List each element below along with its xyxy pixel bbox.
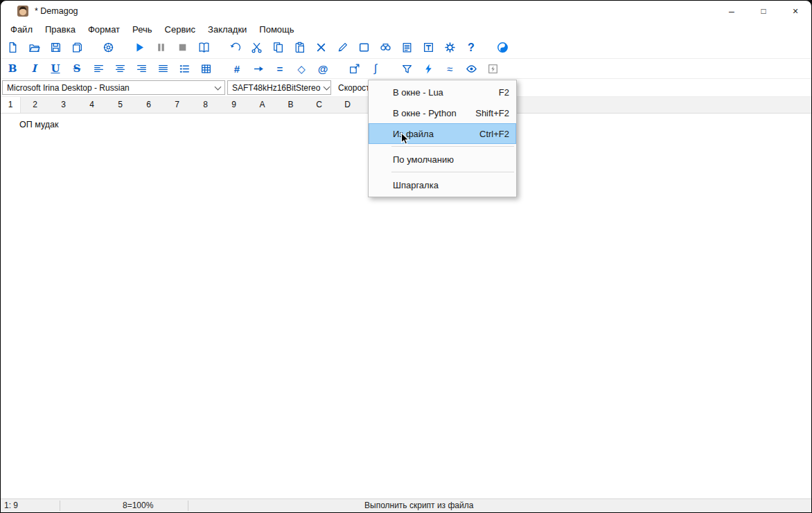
toolbar-separator xyxy=(89,44,98,51)
settings-gear-icon[interactable] xyxy=(440,39,459,56)
eye-icon[interactable] xyxy=(461,60,481,78)
toolbar-separator xyxy=(483,44,493,51)
frame-icon[interactable] xyxy=(354,39,373,56)
menu-item[interactable]: Речь xyxy=(126,23,158,36)
tab-C[interactable]: C xyxy=(305,97,333,113)
editor-text: ОП мудак xyxy=(19,120,58,129)
menu-item[interactable]: Правка xyxy=(39,23,82,36)
undo-icon[interactable] xyxy=(225,39,245,56)
stop-icon xyxy=(173,39,192,56)
bold-icon[interactable]: B xyxy=(3,60,22,78)
align-right-icon[interactable] xyxy=(132,60,151,78)
equals-icon[interactable]: = xyxy=(270,60,290,78)
chevron-down-icon xyxy=(324,83,330,90)
context-menu-item[interactable]: Из файлаCtrl+F2 xyxy=(369,123,516,144)
toolbar-separator xyxy=(120,44,130,51)
insert-fragment-icon[interactable] xyxy=(344,60,364,78)
pause-icon xyxy=(151,39,170,56)
tab-3[interactable]: 3 xyxy=(49,97,78,113)
copy-icon[interactable] xyxy=(268,39,288,56)
italic-icon[interactable]: I xyxy=(24,60,44,78)
help-icon[interactable]: ? xyxy=(461,39,481,56)
voice-select-value: Microsoft Irina Desktop - Russian xyxy=(7,83,130,93)
lightning-icon[interactable] xyxy=(418,60,438,78)
tab-5[interactable]: 5 xyxy=(106,97,134,113)
open-file-icon[interactable] xyxy=(24,39,44,56)
tab-D[interactable]: D xyxy=(333,97,362,113)
new-file-icon[interactable] xyxy=(3,39,22,56)
cut-icon[interactable] xyxy=(247,39,266,56)
menu-item[interactable]: Сервис xyxy=(159,23,202,36)
tab-6[interactable]: 6 xyxy=(134,97,163,113)
menu-item[interactable]: Формат xyxy=(82,23,126,36)
menu-item-label: По умолчанию xyxy=(393,154,454,165)
integral-icon[interactable]: ∫ xyxy=(366,60,385,78)
menu-item[interactable]: Файл xyxy=(4,23,39,36)
menu-item[interactable]: Помощь xyxy=(253,23,300,36)
menu-item-shortcut: F2 xyxy=(499,87,509,98)
context-menu-item[interactable]: Шпаргалка xyxy=(369,174,516,195)
arrow-right-icon[interactable] xyxy=(249,60,268,78)
table-icon[interactable] xyxy=(196,60,215,78)
chevron-down-icon xyxy=(215,83,222,90)
underline-icon[interactable]: U xyxy=(46,60,65,78)
mouse-cursor-icon xyxy=(400,132,410,149)
numbered-list-icon[interactable] xyxy=(175,60,194,78)
context-menu-item[interactable]: По умолчанию xyxy=(369,149,516,170)
close-button[interactable]: × xyxy=(779,1,811,21)
delete-icon[interactable] xyxy=(311,39,330,56)
window-title: * Demagog xyxy=(35,6,78,16)
read-book-icon[interactable] xyxy=(194,39,213,56)
status-caret-position: 1: 9 xyxy=(4,501,18,510)
tab-9[interactable]: 9 xyxy=(220,97,248,113)
tab-2[interactable]: 2 xyxy=(21,97,49,113)
play-icon[interactable] xyxy=(130,39,149,56)
status-divider xyxy=(188,501,188,511)
tab-8[interactable]: 8 xyxy=(191,97,220,113)
title-bar[interactable]: * Demagog – □ × xyxy=(1,1,811,21)
align-justify-icon[interactable] xyxy=(153,60,173,78)
diamond-icon[interactable]: ◇ xyxy=(292,60,311,78)
tab-1[interactable]: 1 xyxy=(1,97,21,113)
tab-A[interactable]: A xyxy=(248,97,276,113)
status-hint: Выполнить скрипт из файла xyxy=(364,501,473,510)
menu-item-shortcut: Ctrl+F2 xyxy=(479,129,509,139)
hash-icon[interactable]: # xyxy=(227,60,247,78)
audio-format-select[interactable]: SAFT48kHz16BitStereo xyxy=(227,80,331,95)
context-menu-item[interactable]: В окне - LuaF2 xyxy=(369,82,516,102)
approx-icon[interactable]: ≈ xyxy=(440,60,459,78)
window-controls: – □ × xyxy=(716,1,811,21)
find-icon[interactable] xyxy=(376,39,395,56)
tab-7[interactable]: 7 xyxy=(163,97,191,113)
menu-item[interactable]: Закладки xyxy=(202,23,253,36)
save-file-icon[interactable] xyxy=(46,39,65,56)
paste-icon[interactable] xyxy=(290,39,309,56)
toolbar-separator xyxy=(218,65,227,72)
tab-4[interactable]: 4 xyxy=(78,97,106,113)
align-center-icon[interactable] xyxy=(110,60,130,78)
menu-item-label: В окне - Lua xyxy=(393,87,443,98)
align-left-icon[interactable] xyxy=(89,60,108,78)
doc-lines-icon[interactable] xyxy=(397,39,416,56)
funnel-icon[interactable] xyxy=(397,60,416,78)
menu-bar: ФайлПравкаФорматРечьСервисЗакладкиПомощь xyxy=(1,21,811,37)
voice-select[interactable]: Microsoft Irina Desktop - Russian xyxy=(2,80,225,95)
status-scale: 8=100% xyxy=(123,501,153,510)
audio-format-value: SAFT48kHz16BitStereo xyxy=(232,83,320,93)
toolbar-separator xyxy=(387,65,397,72)
strikethrough-icon[interactable]: S xyxy=(67,60,87,78)
maximize-button[interactable]: □ xyxy=(748,1,779,21)
tab-B[interactable]: B xyxy=(276,97,305,113)
save-all-icon[interactable] xyxy=(67,39,87,56)
logo-balance-icon[interactable] xyxy=(493,39,512,56)
status-divider xyxy=(60,501,60,511)
at-icon[interactable]: @ xyxy=(313,60,333,78)
edit-icon[interactable] xyxy=(333,39,352,56)
context-menu: В окне - LuaF2В окне - PythonShift+F2Из … xyxy=(368,80,517,197)
context-menu-item[interactable]: В окне - PythonShift+F2 xyxy=(369,102,516,123)
text-block-icon[interactable] xyxy=(418,39,438,56)
minimize-button[interactable]: – xyxy=(716,1,748,21)
toolbar-separator xyxy=(335,65,344,72)
lightning-box-icon xyxy=(483,60,502,78)
voice-settings-icon[interactable] xyxy=(98,39,118,56)
